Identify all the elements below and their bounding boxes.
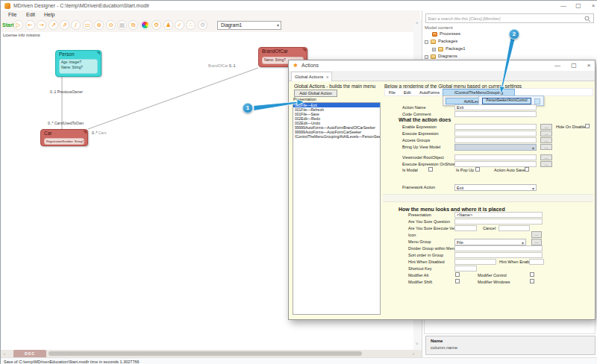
expand-icon[interactable]: + [432,48,436,51]
screen-icon[interactable]: ▭ [83,20,93,30]
play-icon[interactable]: ▷ [13,20,23,30]
zoom-in-icon[interactable]: ⊕ [94,20,104,30]
sort-order-input[interactable] [454,252,543,258]
dialog-maximize-button[interactable]: ▢ [568,61,580,70]
pointer-arrow-line-icon[interactable]: ⇗ [60,20,69,30]
actions-dialog-icon: ✱ [293,63,298,69]
menu-group-ellipsis-button[interactable]: ... [531,239,542,245]
settings-gear-icon[interactable]: ⚙ [198,20,207,30]
list-item[interactable]: IControlTheMenuGrouping/AtAllLevels—Pers… [293,134,380,139]
menu-help[interactable]: Help [44,12,54,17]
presentation-input[interactable]: <Name> [454,212,543,218]
class-car[interactable]: Car RegistrationNumber: String? [40,129,88,146]
enable-expression-ellipsis-button[interactable]: ... [540,124,552,130]
scroll-right-icon[interactable]: › [413,351,414,356]
pointer-arrow-icon[interactable]: ↗ [49,20,58,30]
are-you-sure-execute-verb-input[interactable] [454,225,477,231]
settings-gears-icon[interactable]: ⚙ [151,20,161,30]
fold-icon [302,48,306,52]
scroll-up-icon[interactable]: ˄ [416,21,419,25]
field-label-bring-up-view-model: Bring Up View Model [402,145,440,149]
viewmodel-rootobject-input[interactable] [454,154,537,160]
hint-when-disabled-input[interactable] [454,259,496,265]
action-name-input[interactable]: Exit [454,104,537,110]
icon-ellipsis-button[interactable]: ... [531,231,542,238]
code-comment-input[interactable] [454,111,537,117]
flyout-item-personseekeriamincontrol[interactable]: PersonSeekerIAmInControl [482,98,531,104]
modifier-control-checkbox[interactable] [530,272,534,277]
class-person[interactable]: Person Age: Integer? Name: String? [55,50,101,77]
validate-check-icon[interactable]: ✓ [175,20,184,30]
rendered-menu-autoforms[interactable]: AutoForms [419,90,440,95]
access-groups-ellipsis-button[interactable]: ... [540,137,552,143]
divider-group-input[interactable] [454,245,543,251]
grid-icon[interactable]: ▦ [117,20,127,30]
collapse-icon[interactable]: - [425,40,428,44]
cancel-verb-input[interactable] [498,225,530,231]
zoom-out-icon[interactable]: ⊖ [106,20,116,30]
property-name-value: column.name [431,345,457,350]
close-button[interactable]: × [587,1,597,10]
user-icon[interactable]: ♟ [163,20,173,30]
shortcut-key-input[interactable] [454,266,477,272]
menu-edit[interactable]: Edit [26,12,35,17]
are-you-sure-question-input[interactable] [454,219,543,225]
cluster-nodes-icon[interactable]: ∴ [186,20,196,30]
is-modal-checkbox[interactable] [428,167,433,172]
is-pop-up-checkbox[interactable] [475,167,480,172]
framework-action-dropdown[interactable]: Exit ▾ [454,184,537,191]
diagram-copy-icon[interactable]: ⧉ [128,20,138,30]
tree-label: Package1 [446,46,466,51]
execute-expression-onshow-ellipsis-button[interactable]: ... [540,161,552,167]
scrollbar-thumb[interactable] [49,351,362,356]
diagram-selector[interactable]: Diagram1 ▾ [217,21,281,30]
field-label-presentation: Presentation [408,213,431,217]
dialog-minimize-button[interactable]: — [551,61,563,70]
presentation-listbox[interactable]: 001File—Exit 001File—Refresh 001File—Sav… [293,102,381,315]
maximize-button[interactable]: ▢ [572,1,584,10]
menu-group-dropdown[interactable]: File ▾ [454,239,526,245]
line-tool-icon[interactable]: ∕ [71,20,81,30]
enable-expression-input[interactable] [454,124,537,130]
hide-on-disable-checkbox[interactable] [585,124,590,128]
modifier-shift-checkbox[interactable] [455,279,460,283]
tab-label: Global Actions [295,75,323,79]
canvas-horizontal-scrollbar[interactable]: ‹ DOC › [1,350,422,357]
doc-tab[interactable]: DOC [13,350,46,357]
modifier-windows-checkbox[interactable] [530,279,534,283]
bring-up-view-model-dropdown[interactable]: ▾ [454,144,537,151]
rendered-menu-file[interactable]: File [389,90,396,95]
scroll-left-icon[interactable]: ‹ [4,351,5,356]
search-input[interactable] [428,15,581,22]
flyout-extra-box[interactable] [534,98,540,104]
tab-close-icon[interactable]: x [326,75,328,79]
app-icon [4,3,10,9]
field-label-execute-expression-onshow: Execute Expression OnShow [402,162,455,166]
bring-up-view-model-ellipsis-button[interactable]: ... [540,144,552,150]
execute-expression-onshow-input[interactable] [454,161,537,167]
field-label-execute-expression: Execute Expression [402,131,439,136]
execute-expression-input[interactable] [454,131,537,136]
tab-global-actions[interactable]: Global Actionsx [291,72,332,81]
viewmodel-rootobject-ellipsis-button[interactable]: ... [540,154,552,160]
execute-expression-ellipsis-button[interactable]: ... [540,131,552,136]
rendered-menu-edit[interactable]: Edit [404,90,410,95]
color-wheel-icon[interactable] [140,20,150,30]
dropdown-value: Exit [457,186,463,190]
forward-arrow-icon[interactable]: → [37,20,46,30]
hint-when-enabled-input[interactable] [529,259,544,265]
minimize-button[interactable]: — [557,1,569,10]
menu-file[interactable]: File [8,12,16,17]
field-label-framework-action: Framework Action [402,185,435,189]
search-box[interactable] [425,13,594,23]
chevron-down-icon: ▾ [532,185,534,192]
dialog-close-button[interactable]: × [583,61,595,70]
access-groups-input[interactable] [454,137,537,143]
add-global-action-button[interactable]: Add Global Action [294,90,337,97]
scroll-down-icon[interactable]: ˅ [416,342,419,346]
modifier-alt-checkbox[interactable] [455,272,460,277]
action-auto-saves-checkbox[interactable] [525,167,529,172]
model-content-header: Model content [425,25,453,30]
back-arrow-icon[interactable]: ← [25,20,35,30]
collapse-icon[interactable]: - [425,55,428,59]
